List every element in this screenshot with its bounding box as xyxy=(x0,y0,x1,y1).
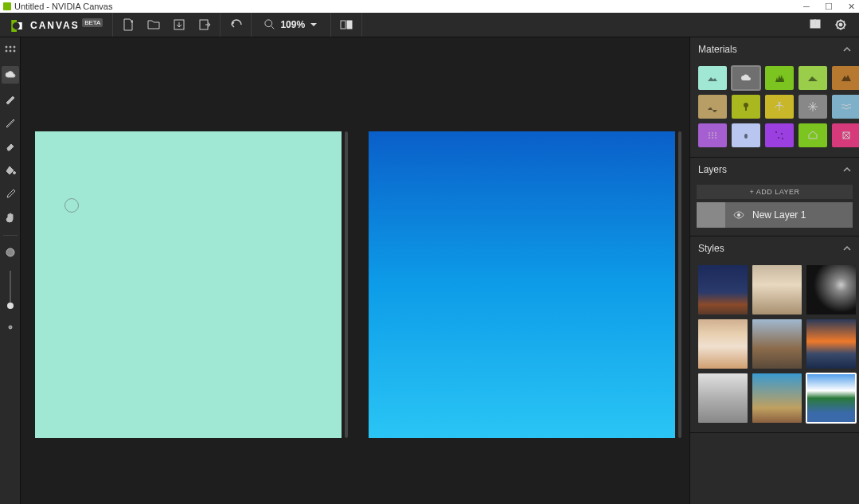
svg-point-9 xyxy=(6,46,7,48)
left-toolbar xyxy=(0,37,21,504)
new-file-button[interactable] xyxy=(121,18,135,32)
logo-section: CANVAS BETA xyxy=(0,13,113,37)
style-thumbnail-6[interactable] xyxy=(698,373,748,423)
hill-icon xyxy=(807,72,818,84)
nvidia-logo-icon xyxy=(10,18,24,32)
pan-tool-icon[interactable] xyxy=(2,209,19,227)
style-thumbnail-0[interactable] xyxy=(698,265,748,315)
style-thumbnail-3[interactable] xyxy=(698,319,748,369)
style-thumbnail-7[interactable] xyxy=(752,373,802,423)
material-tree[interactable] xyxy=(732,95,760,119)
house-icon xyxy=(807,130,818,141)
style-thumbnail-8[interactable] xyxy=(806,373,856,423)
svg-point-22 xyxy=(781,133,783,135)
eyedropper-tool-icon[interactable] xyxy=(2,186,19,203)
palm-icon xyxy=(774,101,785,112)
move-tool-icon[interactable] xyxy=(2,42,19,60)
grass-icon xyxy=(774,72,785,84)
style-thumbnail-1[interactable] xyxy=(752,265,802,315)
material-snow[interactable] xyxy=(798,95,827,119)
style-thumbnail-4[interactable] xyxy=(752,319,802,369)
add-layer-button[interactable]: + ADD LAYER xyxy=(697,185,853,199)
material-house[interactable] xyxy=(798,123,827,147)
svg-point-24 xyxy=(782,138,783,139)
window-titlebar: Untitled - NVIDIA Canvas ─ ☐ ✕ xyxy=(0,0,859,13)
material-hill[interactable] xyxy=(798,66,827,90)
layers-panel-title: Layers xyxy=(698,164,727,175)
svg-point-14 xyxy=(14,50,15,52)
layer-visibility-icon[interactable] xyxy=(733,209,744,221)
settings-button[interactable] xyxy=(834,18,848,32)
pencil-tool-icon[interactable] xyxy=(2,114,19,131)
svg-point-18 xyxy=(744,103,748,107)
material-structure[interactable] xyxy=(832,123,859,147)
material-rain[interactable] xyxy=(732,123,760,147)
output-canvas xyxy=(369,131,675,438)
header-toolbar: CANVAS BETA 109% ! xyxy=(0,13,859,37)
eraser-tool-icon[interactable] xyxy=(2,138,19,155)
app-icon xyxy=(3,2,11,10)
material-fog[interactable] xyxy=(698,123,727,147)
minimize-button[interactable]: ─ xyxy=(802,2,811,11)
feedback-button[interactable]: ! xyxy=(808,18,822,32)
style-thumbnail-5[interactable] xyxy=(806,319,856,369)
material-stars[interactable] xyxy=(765,123,794,147)
material-grass[interactable] xyxy=(765,66,794,90)
svg-point-26 xyxy=(737,213,740,217)
mountain-icon xyxy=(841,72,852,84)
style-thumbnail-2[interactable] xyxy=(806,265,856,315)
toolbar-separator xyxy=(3,235,18,236)
canvas-workspace xyxy=(21,37,689,504)
export-button[interactable] xyxy=(197,18,212,32)
layer-thumbnail xyxy=(697,202,725,228)
svg-point-16 xyxy=(6,248,14,256)
material-waves[interactable] xyxy=(832,95,859,119)
zoom-control[interactable]: 109% xyxy=(260,18,322,32)
compare-button[interactable] xyxy=(339,18,353,32)
svg-point-12 xyxy=(6,50,7,52)
svg-point-20 xyxy=(744,134,748,139)
material-cloud[interactable] xyxy=(732,66,760,90)
chevron-up-icon xyxy=(843,45,851,53)
tree-icon xyxy=(740,101,752,112)
layer-item[interactable]: New Layer 1 xyxy=(697,202,853,228)
chevron-up-icon xyxy=(843,166,851,174)
input-canvas-scrollbar[interactable] xyxy=(345,131,348,438)
layer-name-label: New Layer 1 xyxy=(752,209,806,221)
materials-panel-header[interactable]: Materials xyxy=(690,37,859,61)
waves-icon xyxy=(841,101,852,112)
stars-icon xyxy=(774,130,785,141)
structure-icon xyxy=(841,130,852,141)
styles-panel-header[interactable]: Styles xyxy=(690,236,859,260)
cloud-tool-icon[interactable] xyxy=(2,66,19,84)
brush-size-icon xyxy=(2,318,19,336)
zoom-level: 109% xyxy=(280,19,305,30)
material-landscape[interactable] xyxy=(698,66,727,90)
material-dune[interactable] xyxy=(698,95,727,119)
app-name-label: CANVAS BETA xyxy=(30,19,103,31)
fog-icon xyxy=(707,130,718,141)
right-panel: Materials Layers + ADD LAYER New Layer 1… xyxy=(689,37,859,504)
brush-softness-icon[interactable] xyxy=(2,244,19,261)
fill-tool-icon[interactable] xyxy=(2,162,19,179)
layers-panel-header[interactable]: Layers xyxy=(690,158,859,182)
brush-softness-slider[interactable] xyxy=(10,271,11,309)
brush-cursor-icon xyxy=(64,198,79,213)
undo-button[interactable] xyxy=(228,18,243,32)
output-canvas-scrollbar[interactable] xyxy=(678,131,681,438)
window-title: Untitled - NVIDIA Canvas xyxy=(14,2,113,11)
input-canvas[interactable] xyxy=(35,131,342,438)
landscape-icon xyxy=(707,72,718,84)
materials-panel: Materials xyxy=(690,37,859,158)
save-button[interactable] xyxy=(172,18,186,32)
material-mountain[interactable] xyxy=(832,66,859,90)
close-button[interactable]: ✕ xyxy=(846,2,856,11)
open-file-button[interactable] xyxy=(146,18,161,32)
maximize-button[interactable]: ☐ xyxy=(824,2,834,11)
layers-panel: Layers + ADD LAYER New Layer 1 xyxy=(690,158,859,236)
rain-icon xyxy=(740,130,752,141)
brush-tool-icon[interactable] xyxy=(2,90,19,107)
chevron-down-icon xyxy=(310,21,318,29)
material-palm[interactable] xyxy=(765,95,794,119)
svg-point-11 xyxy=(14,46,15,48)
